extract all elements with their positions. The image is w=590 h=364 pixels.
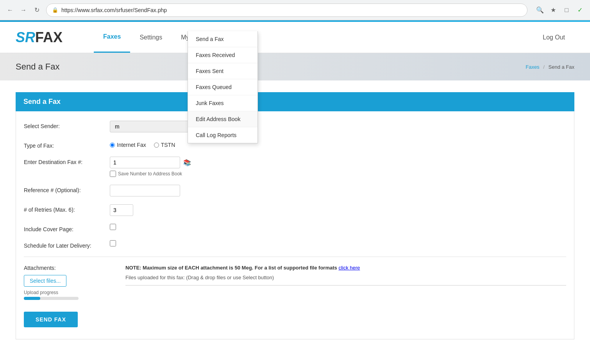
note-bold: NOTE: Maximum size of EACH attachment is… bbox=[125, 265, 337, 271]
radio-internet-fax-label: Internet Fax bbox=[117, 142, 146, 148]
radio-tstn[interactable]: TSTN bbox=[154, 142, 175, 148]
breadcrumb-faxes[interactable]: Faxes bbox=[526, 64, 539, 70]
dropdown-faxes-sent[interactable]: Faxes Sent bbox=[188, 63, 257, 79]
cover-page-control bbox=[110, 224, 566, 231]
nav-settings[interactable]: Settings bbox=[130, 22, 172, 53]
save-number-checkbox[interactable] bbox=[110, 171, 116, 177]
browser-chrome: ← → ↻ 🔒 🔍 ★ □ ✓ bbox=[0, 0, 590, 20]
radio-internet-fax-input[interactable] bbox=[110, 143, 115, 148]
progress-bar-container bbox=[24, 297, 79, 300]
destination-fax-label: Enter Destination Fax #: bbox=[24, 157, 110, 165]
logo-area: SRFAX bbox=[16, 29, 63, 46]
back-button[interactable]: ← bbox=[5, 5, 16, 16]
browser-nav-buttons: ← → ↻ bbox=[5, 5, 42, 16]
page-title: Send a Fax bbox=[16, 62, 60, 72]
send-fax-button[interactable]: SEND FAX bbox=[24, 312, 78, 327]
logo-fax: FAX bbox=[35, 29, 63, 45]
select-sender-row: Select Sender: m bbox=[24, 121, 566, 132]
dropdown-call-log-reports[interactable]: Call Log Reports bbox=[188, 127, 257, 143]
search-icon[interactable]: 🔍 bbox=[535, 5, 545, 16]
address-bar[interactable]: 🔒 bbox=[46, 4, 527, 17]
attachments-right: NOTE: Maximum size of EACH attachment is… bbox=[125, 265, 566, 285]
shield-icon[interactable]: ✓ bbox=[574, 5, 585, 16]
retries-row: # of Retries (Max. 6): bbox=[24, 204, 566, 216]
fax-number-input[interactable] bbox=[110, 157, 180, 168]
radio-group: Internet Fax TSTN bbox=[110, 140, 566, 148]
logo-sr: SR bbox=[16, 29, 35, 45]
breadcrumb-separator: / bbox=[543, 64, 545, 70]
retries-label: # of Retries (Max. 6): bbox=[24, 204, 110, 213]
retries-input[interactable] bbox=[110, 204, 133, 216]
main-content: Send a Fax Select Sender: m Type of Fax:… bbox=[0, 80, 590, 351]
reference-row: Reference # (Optional): bbox=[24, 185, 566, 196]
form-divider bbox=[24, 257, 566, 257]
schedule-row: Schedule for Later Delivery: bbox=[24, 240, 566, 249]
note-text: NOTE: Maximum size of EACH attachment is… bbox=[125, 265, 566, 271]
save-number-label: Save Number to Address Book bbox=[118, 171, 182, 177]
schedule-label: Schedule for Later Delivery: bbox=[24, 240, 110, 249]
browser-actions: 🔍 ★ □ ✓ bbox=[535, 5, 585, 16]
lock-icon: 🔒 bbox=[52, 7, 58, 13]
select-files-button[interactable]: Select files... bbox=[24, 275, 66, 287]
select-sender-dropdown[interactable]: m bbox=[110, 121, 196, 132]
dropdown-junk-faxes[interactable]: Junk Faxes bbox=[188, 95, 257, 111]
faxes-dropdown: Send a Fax Faxes Received Faxes Sent Fax… bbox=[188, 31, 258, 143]
nav-faxes[interactable]: Faxes bbox=[94, 22, 130, 53]
reload-button[interactable]: ↻ bbox=[31, 5, 42, 16]
reference-control bbox=[110, 185, 566, 196]
dropdown-faxes-received[interactable]: Faxes Received bbox=[188, 47, 257, 63]
files-area: Files uploaded for this fax: (Drag & dro… bbox=[125, 275, 566, 285]
destination-fax-control: 📚 Save Number to Address Book bbox=[110, 157, 566, 177]
select-sender-label: Select Sender: bbox=[24, 121, 110, 129]
attachments-label: Attachments: bbox=[24, 265, 110, 271]
fax-input-row: 📚 bbox=[110, 157, 566, 168]
radio-tstn-label: TSTN bbox=[161, 142, 175, 148]
attachments-left: Attachments: Select files... Upload prog… bbox=[24, 265, 110, 300]
nav-logout[interactable]: Log Out bbox=[533, 34, 574, 41]
cover-page-checkbox[interactable] bbox=[110, 224, 116, 230]
save-number-row: Save Number to Address Book bbox=[110, 171, 566, 177]
attachments-section: Attachments: Select files... Upload prog… bbox=[24, 265, 566, 300]
upload-progress-label: Upload progress bbox=[24, 290, 110, 295]
breadcrumb-current: Send a Fax bbox=[549, 64, 575, 70]
address-book-icon[interactable]: 📚 bbox=[183, 159, 191, 166]
radio-tstn-input[interactable] bbox=[154, 143, 159, 148]
progress-bar-fill bbox=[24, 297, 40, 300]
site-header: SRFAX Faxes Settings My Account Support … bbox=[0, 22, 590, 53]
radio-internet-fax[interactable]: Internet Fax bbox=[110, 142, 146, 148]
select-sender-control: m bbox=[110, 121, 566, 132]
dropdown-send-a-fax[interactable]: Send a Fax bbox=[188, 31, 257, 47]
send-fax-row: SEND FAX bbox=[24, 300, 566, 327]
note-link[interactable]: click here bbox=[338, 265, 360, 271]
type-of-fax-label: Type of Fax: bbox=[24, 140, 110, 149]
reference-label: Reference # (Optional): bbox=[24, 185, 110, 193]
destination-fax-row: Enter Destination Fax #: 📚 Save Number t… bbox=[24, 157, 566, 177]
form-header-bar: Send a Fax bbox=[16, 92, 574, 111]
cover-page-row: Include Cover Page: bbox=[24, 224, 566, 232]
logo: SRFAX bbox=[16, 29, 63, 45]
form-body: Select Sender: m Type of Fax: Internet F… bbox=[16, 111, 574, 339]
breadcrumb: Faxes / Send a Fax bbox=[526, 64, 574, 70]
dropdown-faxes-queued[interactable]: Faxes Queued bbox=[188, 79, 257, 95]
dropdown-edit-address-book[interactable]: Edit Address Book bbox=[188, 111, 257, 127]
url-input[interactable] bbox=[61, 7, 522, 13]
type-of-fax-control: Internet Fax TSTN bbox=[110, 140, 566, 148]
attachments-row: Attachments: Select files... Upload prog… bbox=[24, 265, 566, 300]
bookmark-icon[interactable]: ★ bbox=[548, 5, 559, 16]
schedule-checkbox[interactable] bbox=[110, 240, 116, 246]
forward-button[interactable]: → bbox=[18, 5, 29, 16]
cover-page-label: Include Cover Page: bbox=[24, 224, 110, 232]
schedule-control bbox=[110, 240, 566, 248]
page-banner: Send a Fax Faxes / Send a Fax bbox=[0, 53, 590, 80]
reference-input[interactable] bbox=[110, 185, 180, 196]
extension-icon[interactable]: □ bbox=[561, 5, 572, 16]
type-of-fax-row: Type of Fax: Internet Fax TSTN bbox=[24, 140, 566, 149]
retries-control bbox=[110, 204, 566, 216]
